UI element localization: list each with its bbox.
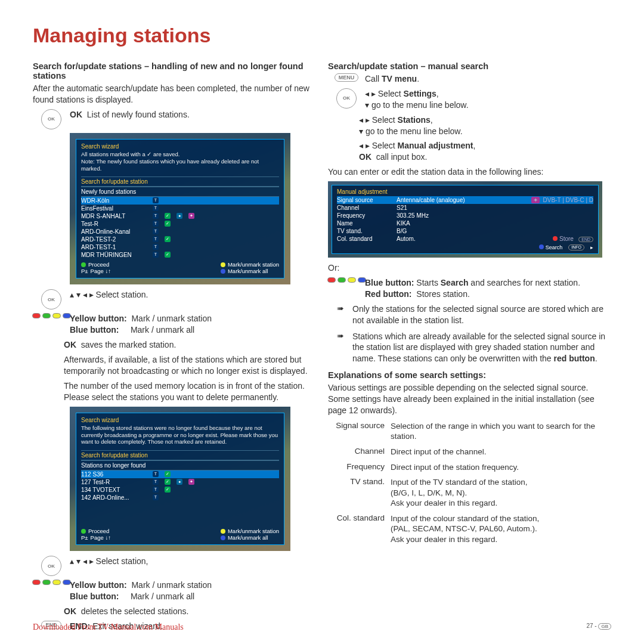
page-footer: Downloaded From TV-Manual.com Manuals 27… bbox=[33, 623, 611, 632]
source-link[interactable]: Downloaded From TV-Manual.com Manuals bbox=[33, 623, 184, 632]
color-buttons-icon bbox=[327, 277, 366, 283]
section-heading: Explanations of some search settings: bbox=[328, 370, 611, 380]
color-buttons-icon bbox=[32, 580, 71, 585]
ok-button-icon: OK bbox=[336, 88, 357, 109]
section-heading: Search/update station – manual search bbox=[328, 61, 611, 71]
ok-button-icon: OK bbox=[41, 556, 61, 576]
step-text: List of newly found stations. bbox=[87, 110, 190, 119]
page-title: Managing stations bbox=[33, 24, 611, 47]
arrow-icon: ➠ bbox=[337, 331, 348, 365]
settings-table: Signal sourceSelection of the range in w… bbox=[328, 421, 611, 544]
ok-button-icon: OK bbox=[41, 109, 61, 129]
osd-screenshot-manual: Manual adjustment Signal sourceAntenna/c… bbox=[328, 181, 602, 258]
arrow-icon: ➠ bbox=[337, 304, 348, 326]
osd-screenshot-found: Search wizard All stations marked with a… bbox=[70, 133, 290, 285]
color-buttons-icon bbox=[32, 313, 71, 318]
right-column: Search/update station – manual search ME… bbox=[328, 61, 611, 636]
left-column: Search for/update stations – handling of… bbox=[33, 61, 316, 636]
menu-button-icon: MENU bbox=[335, 73, 359, 82]
section-heading: Search for/update stations – handling of… bbox=[33, 61, 316, 80]
step-text: Select station. bbox=[96, 290, 148, 299]
osd-screenshot-notfound: Search wizard The following stored stati… bbox=[70, 407, 290, 552]
ok-button-icon: OK bbox=[41, 289, 61, 309]
intro-text: After the automatic search/update has be… bbox=[33, 83, 316, 106]
